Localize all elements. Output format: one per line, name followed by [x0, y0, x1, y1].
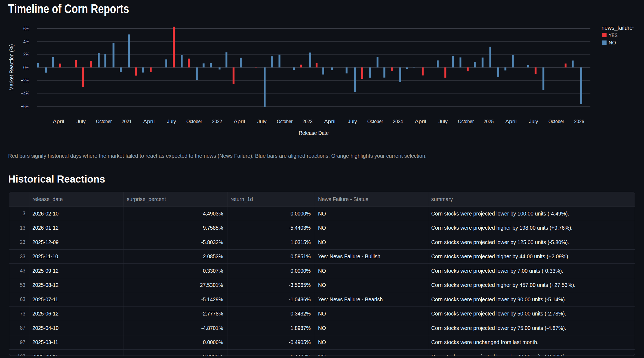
- svg-text:July: July: [439, 119, 448, 124]
- svg-text:October: October: [458, 119, 474, 124]
- svg-text:July: July: [257, 119, 267, 124]
- svg-text:April: April: [53, 119, 64, 124]
- svg-text:April: April: [415, 119, 426, 124]
- svg-text:Market Reaction (%): Market Reaction (%): [8, 44, 14, 90]
- svg-text:−6%: −6%: [21, 104, 29, 109]
- svg-text:Release Date: Release Date: [299, 130, 329, 136]
- svg-text:July: July: [167, 119, 176, 124]
- svg-text:−4%: −4%: [21, 90, 29, 96]
- svg-text:2023: 2023: [303, 119, 313, 124]
- svg-text:April: April: [505, 119, 517, 124]
- svg-text:April: April: [324, 119, 335, 124]
- svg-text:6%: 6%: [23, 26, 29, 31]
- svg-text:YES: YES: [609, 32, 618, 38]
- svg-text:April: April: [143, 119, 155, 124]
- svg-text:July: July: [348, 119, 357, 124]
- svg-text:0%: 0%: [23, 65, 29, 70]
- svg-text:October: October: [549, 119, 565, 124]
- svg-text:news_failure: news_failure: [602, 25, 633, 31]
- svg-text:October: October: [367, 119, 383, 124]
- svg-text:July: July: [76, 119, 86, 124]
- svg-text:April: April: [234, 119, 245, 124]
- svg-text:2021: 2021: [122, 119, 132, 124]
- svg-text:NO: NO: [609, 40, 616, 45]
- svg-text:2026: 2026: [574, 119, 584, 124]
- svg-text:July: July: [529, 119, 538, 124]
- svg-text:2%: 2%: [23, 51, 29, 57]
- svg-text:October: October: [277, 119, 293, 124]
- svg-text:2025: 2025: [484, 119, 494, 124]
- svg-text:4%: 4%: [23, 39, 29, 44]
- svg-text:October: October: [96, 119, 112, 124]
- svg-text:2022: 2022: [212, 119, 222, 124]
- svg-text:−2%: −2%: [21, 78, 29, 83]
- svg-text:2024: 2024: [393, 119, 403, 124]
- svg-text:October: October: [186, 119, 202, 124]
